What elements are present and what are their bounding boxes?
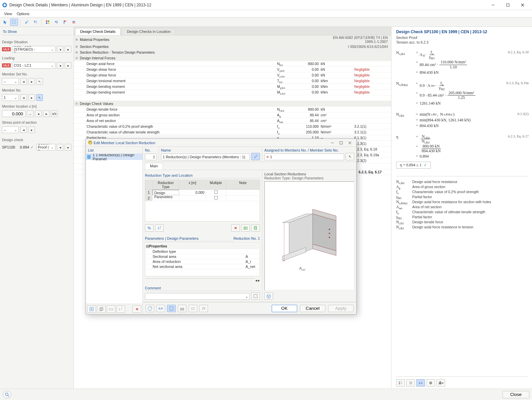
expand-icon[interactable]: ⊞ — [74, 51, 79, 54]
rt-legend-button[interactable] — [396, 379, 405, 387]
modal-maximize-button[interactable] — [337, 139, 345, 146]
help-button[interactable] — [146, 305, 154, 312]
next-mset-button[interactable]: ▸ — [28, 78, 35, 85]
rt-units-toggle[interactable]: 0.0 — [416, 379, 425, 387]
group-section-properties[interactable]: ⊞ Section Properties I 350/190/9.4/14.6/… — [74, 44, 391, 50]
member-no-combo[interactable]: 1 ⌄ — [2, 94, 19, 101]
rename-item-button[interactable] — [107, 305, 115, 313]
no-field[interactable]: 1 — [145, 154, 157, 160]
sort-button[interactable] — [155, 224, 164, 232]
collapse-icon[interactable]: ⊟ — [146, 244, 149, 248]
minimize-button[interactable] — [486, 0, 500, 10]
assigned-field[interactable]: ✕ 1 — [264, 154, 344, 160]
modal-minimize-button[interactable] — [328, 139, 337, 146]
hatch-button[interactable] — [178, 305, 187, 312]
comment-field[interactable]: ⌄ — [145, 293, 250, 300]
apply-button[interactable]: Apply — [328, 305, 354, 312]
view-3d-button[interactable] — [264, 292, 273, 300]
tool-settings-icon[interactable] — [70, 18, 78, 26]
scroll-left-icon[interactable]: ◂ — [255, 278, 257, 283]
add-row-button[interactable] — [241, 224, 250, 232]
units-button[interactable]: 0.0 — [156, 305, 165, 312]
grid-mode-button[interactable] — [167, 305, 176, 312]
prev-dc-button[interactable]: ◂ — [57, 144, 63, 151]
group-design-check-values[interactable]: ⊟ Design Check Values — [74, 101, 391, 107]
modal-close-button[interactable] — [345, 139, 354, 146]
help-search-button[interactable] — [3, 391, 11, 398]
close-main-button[interactable]: Close — [502, 391, 529, 398]
prev-member-button[interactable]: ◂ — [20, 94, 27, 101]
rt-list-button[interactable] — [406, 379, 415, 387]
checkbox-icon[interactable] — [214, 196, 218, 199]
add-col-button[interactable] — [251, 224, 260, 232]
copy-item-button[interactable] — [97, 305, 106, 313]
dc-proof-combo[interactable]: Section Proof | T...⌄ — [36, 144, 55, 151]
percent-button[interactable]: % — [145, 224, 154, 232]
name-field[interactable]: 1 Reduction(s) | Design Parameters (Memb… — [161, 154, 250, 160]
spinner-up-down[interactable]: ⌄ — [27, 110, 34, 117]
tool-colors-icon[interactable] — [44, 18, 52, 26]
grid-row[interactable]: 2 — [145, 195, 260, 201]
expand-icon[interactable]: ⊞ — [74, 45, 79, 48]
param-row[interactable]: Area of reductionA_r — [146, 259, 259, 264]
group-section-reduction[interactable]: ⊞ Section Reduction - Tension Design Par… — [74, 50, 391, 55]
reduction-grid[interactable]: Reduction Type x [m] Multiple Note 1 Des… — [145, 180, 260, 222]
collapse-icon[interactable]: ⊟ — [74, 102, 79, 105]
prev-ds-button[interactable]: ◂ — [57, 46, 63, 53]
next-dc-button[interactable]: ▸ — [65, 144, 71, 151]
func-button[interactable] — [189, 305, 197, 312]
edit-name-button[interactable] — [251, 153, 260, 160]
menu-options[interactable]: Options — [17, 12, 30, 16]
new-item-button[interactable] — [87, 305, 96, 313]
rt-print-button[interactable]: 🖶▾ — [436, 379, 445, 387]
next-sp-button[interactable]: ▸ — [28, 126, 35, 133]
group-design-internal-forces[interactable]: ⊟ Design Internal Forces — [74, 55, 391, 61]
checkbox-icon[interactable] — [214, 190, 218, 194]
cancel-button[interactable]: Cancel — [300, 305, 325, 312]
ok-button[interactable]: OK — [272, 305, 297, 312]
tool-select-icon[interactable] — [10, 18, 18, 26]
delete-item-button[interactable]: ✕ — [132, 305, 141, 313]
collapse-icon[interactable]: ⊟ — [74, 57, 79, 60]
param-row[interactable]: Net sectional areaA_net — [146, 264, 259, 269]
tool-refresh-icon[interactable] — [52, 18, 60, 26]
script-button[interactable]: ƒx — [199, 305, 208, 312]
tool-sort-asc-icon[interactable] — [22, 18, 31, 26]
grid-row[interactable]: 1 Design Parameters 0.000 — [145, 190, 260, 195]
member-set-combo[interactable]: -- ⌄ — [2, 78, 19, 85]
modal-tab-main[interactable]: Main — [145, 163, 163, 170]
next-loading-button[interactable]: ▸ — [65, 62, 71, 69]
tool-sort-desc-icon[interactable] — [31, 18, 39, 26]
design-situation-combo[interactable]: DS1 - ULS (STR/GEO) - Perman...⌄ — [12, 46, 55, 53]
tool-flag-icon[interactable] — [61, 18, 69, 26]
order-item-button[interactable] — [116, 305, 125, 313]
prev-sp-button[interactable]: ◂ — [20, 126, 27, 133]
next-member-button[interactable]: ▸ — [28, 94, 35, 101]
loading-combo[interactable]: CO1 - LC1⌄ — [12, 62, 55, 69]
tab-design-checks-in-location[interactable]: Design Checks in Location — [122, 28, 175, 35]
remove-row-button[interactable]: ✕ — [231, 224, 240, 232]
pick-members-button[interactable]: ↖ — [345, 153, 354, 160]
member-loc-input[interactable] — [2, 110, 25, 117]
expand-icon[interactable]: ⊞ — [74, 38, 79, 41]
list-item[interactable]: 1 1 Reduction(s) | Design Paramet — [86, 154, 143, 160]
pick-member-button[interactable]: ↖ — [36, 94, 43, 101]
scroll-right-icon[interactable]: ▸ — [258, 278, 260, 283]
menu-view[interactable]: View — [4, 12, 12, 16]
tab-design-check-details[interactable]: Design Check Details — [75, 28, 120, 35]
prev-mset-button[interactable]: ◂ — [20, 78, 27, 85]
prev-loading-button[interactable]: ◂ — [57, 62, 63, 69]
stress-point-combo[interactable]: -- ⌄ — [2, 126, 19, 133]
next-ds-button[interactable]: ▸ — [65, 46, 71, 53]
maximize-button[interactable] — [500, 0, 515, 10]
comment-edit-button[interactable] — [251, 292, 260, 300]
loc-marker-button[interactable]: x/x — [51, 110, 58, 117]
rt-settings-button[interactable]: ⚙ — [426, 379, 435, 387]
group-material-properties[interactable]: ⊞ Material Properties EN AW-6082 (EP,ET,… — [74, 36, 391, 44]
pick-mset-button[interactable]: ↖ — [36, 78, 43, 85]
prev-loc-button[interactable]: ◂ — [35, 110, 42, 117]
close-button[interactable] — [515, 0, 530, 10]
param-row[interactable]: Definition type — [146, 249, 259, 254]
tool-arrow-icon[interactable] — [1, 18, 9, 26]
next-loc-button[interactable]: ▸ — [43, 110, 50, 117]
